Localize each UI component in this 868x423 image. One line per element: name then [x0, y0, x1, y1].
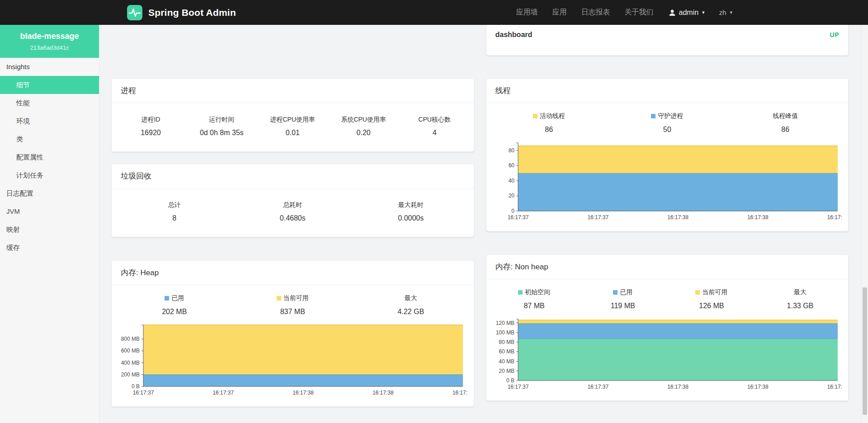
- health-item-name: dashboard: [495, 31, 533, 39]
- nav-item-about[interactable]: 关于我们: [625, 8, 654, 17]
- stat-gc-total-time: 总耗时 0.4680s: [234, 201, 352, 222]
- user-menu[interactable]: admin ▾: [668, 9, 705, 17]
- instance-id: 213a6ad3d41c: [4, 44, 95, 51]
- top-navbar: Spring Boot Admin 应用墙 应用 日志报表 关于我们 admin…: [0, 0, 868, 25]
- legend-label: 已用: [171, 294, 184, 302]
- nav-item-applications[interactable]: 应用: [552, 8, 567, 17]
- svg-text:16:17:38: 16:17:38: [667, 384, 689, 390]
- legend-label: 守护进程: [658, 112, 683, 120]
- svg-text:16:17:37: 16:17:37: [587, 214, 609, 221]
- gc-card: 垃圾回收 总计 8 总耗时 0.4680s 最大耗时 0.0000s: [111, 164, 474, 237]
- threads-card: 线程 活动线程 86 守护进程: [486, 78, 849, 231]
- svg-text:16:17:37: 16:17:37: [133, 390, 154, 396]
- svg-text:40 MB: 40 MB: [499, 358, 514, 365]
- navbar-menu: 应用墙 应用 日志报表 关于我们 admin ▾ zh ▾: [516, 8, 732, 17]
- process-stats: 进程ID 16920 运行时间 0d 0h 8m 35s 进程CPU使用率 0.…: [112, 103, 474, 151]
- nav-item-journal[interactable]: 日志报表: [581, 8, 610, 17]
- sidebar: blade-message 213a6ad3d41c Insights 细节 性…: [0, 25, 99, 423]
- svg-text:60 MB: 60 MB: [499, 348, 514, 355]
- heap-legend: 已用 202 MB 当前可用 837 MB: [112, 285, 474, 319]
- legend-item-daemon-threads: 守护进程 50: [608, 112, 726, 134]
- legend-label: 当前可用: [702, 288, 727, 296]
- threads-card-title: 线程: [486, 79, 849, 103]
- legend-swatch: [277, 296, 281, 301]
- locale-label: zh: [719, 9, 726, 16]
- svg-text:20: 20: [508, 193, 514, 199]
- legend-label: 最大: [794, 288, 807, 296]
- stat-gc-count: 总计 8: [115, 201, 234, 222]
- main-content: 进程 进程ID 16920 运行时间 0d 0h 8m 35s 进程CPU使用率: [99, 25, 868, 423]
- brand-title: Spring Boot Admin: [148, 7, 236, 18]
- legend-value: 86: [726, 126, 845, 134]
- legend-value: 4.22 GB: [352, 308, 470, 316]
- scrollbar[interactable]: [861, 25, 868, 423]
- svg-text:16:17:37: 16:17:37: [507, 214, 528, 221]
- legend-item-live-threads: 活动线程 86: [490, 112, 609, 134]
- svg-text:800 MB: 800 MB: [121, 336, 140, 342]
- memory-heap-card: 内存: Heap 已用 202 MB 当前可用: [111, 260, 474, 407]
- nav-item-wallboard[interactable]: 应用墙: [516, 8, 538, 17]
- legend-swatch: [613, 290, 618, 295]
- stat-system-cpu: 系统CPU使用率 0.20: [328, 116, 399, 137]
- user-name: admin: [679, 9, 699, 17]
- legend-swatch: [518, 290, 523, 295]
- sidebar-item-metrics[interactable]: 性能: [0, 94, 99, 112]
- heap-card-title: 内存: Heap: [112, 261, 474, 285]
- heap-memory-chart: 0 B200 MB400 MB600 MB800 MB16:17:3716:17…: [116, 321, 467, 398]
- sidebar-item-loggers[interactable]: 日志配置: [0, 184, 99, 202]
- stat-uptime: 运行时间 0d 0h 8m 35s: [186, 116, 257, 137]
- sidebar-item-beans[interactable]: 类: [0, 130, 99, 148]
- svg-text:16:17:38: 16:17:38: [747, 384, 768, 390]
- sidebar-item-details[interactable]: 细节: [0, 76, 99, 94]
- scrollbar-thumb[interactable]: [863, 287, 867, 415]
- legend-item-max: 最大 1.33 GB: [756, 288, 844, 310]
- svg-text:0: 0: [511, 208, 514, 214]
- legend-label: 当前可用: [283, 294, 309, 302]
- stat-process-cpu: 进程CPU使用率 0.01: [257, 116, 328, 137]
- app-name: blade-message: [4, 32, 95, 41]
- health-card: dashboard UP: [486, 25, 849, 56]
- health-item-dashboard[interactable]: dashboard UP: [486, 25, 849, 43]
- memory-nonheap-card: 内存: Non heap 初始空间 87 MB 已: [486, 254, 849, 401]
- sidebar-item-caches[interactable]: 缓存: [0, 239, 99, 257]
- sidebar-item-config-props[interactable]: 配置属性: [0, 148, 99, 166]
- svg-text:16:17:37: 16:17:37: [507, 384, 528, 390]
- locale-menu[interactable]: zh ▾: [719, 9, 732, 16]
- sidebar-item-environment[interactable]: 环境: [0, 112, 99, 130]
- legend-item-used: 已用 202 MB: [115, 294, 234, 316]
- legend-value: 1.33 GB: [756, 302, 844, 310]
- legend-value: 50: [608, 126, 726, 134]
- gc-card-title: 垃圾回收: [112, 164, 474, 188]
- svg-text:16:17:38: 16:17:38: [667, 214, 689, 221]
- nonheap-card-title: 内存: Non heap: [486, 255, 849, 279]
- svg-text:120 MB: 120 MB: [495, 320, 514, 326]
- status-badge: UP: [830, 31, 839, 38]
- legend-value: 86: [490, 126, 609, 134]
- gc-stats: 总计 8 总耗时 0.4680s 最大耗时 0.0000s: [112, 188, 474, 237]
- svg-text:600 MB: 600 MB: [121, 348, 140, 354]
- sidebar-item-mappings[interactable]: 映射: [0, 221, 99, 239]
- brand[interactable]: Spring Boot Admin: [127, 5, 236, 20]
- legend-item-initial: 初始空间 87 MB: [490, 288, 579, 310]
- legend-item-available: 当前可用 126 MB: [667, 288, 756, 310]
- instance-header[interactable]: blade-message 213a6ad3d41c: [0, 25, 99, 58]
- legend-item-available: 当前可用 837 MB: [234, 294, 352, 316]
- legend-value: 126 MB: [667, 302, 756, 310]
- legend-value: 202 MB: [115, 308, 234, 316]
- process-card-title: 进程: [112, 79, 474, 103]
- svg-text:16:17:39: 16:17:39: [827, 214, 842, 221]
- legend-value: 837 MB: [234, 308, 352, 316]
- sidebar-item-scheduled-tasks[interactable]: 计划任务: [0, 166, 99, 184]
- svg-text:16:17:38: 16:17:38: [292, 390, 314, 396]
- svg-text:20 MB: 20 MB: [499, 368, 514, 374]
- legend-label: 最大: [405, 294, 417, 302]
- sidebar-section-insights[interactable]: Insights: [0, 58, 99, 76]
- legend-swatch: [165, 296, 169, 301]
- svg-text:16:17:38: 16:17:38: [373, 390, 394, 396]
- sidebar-item-jvm[interactable]: JVM: [0, 202, 99, 221]
- legend-item-used: 已用 119 MB: [579, 288, 667, 310]
- left-column: 进程 进程ID 16920 运行时间 0d 0h 8m 35s 进程CPU使用率: [111, 25, 474, 407]
- svg-text:16:17:37: 16:17:37: [587, 384, 609, 390]
- stat-process-id: 进程ID 16920: [115, 116, 186, 137]
- svg-text:200 MB: 200 MB: [121, 371, 140, 378]
